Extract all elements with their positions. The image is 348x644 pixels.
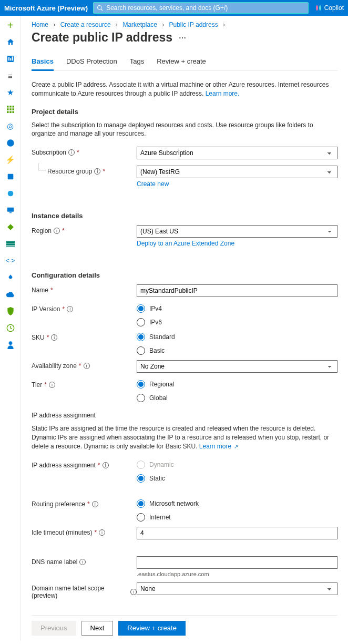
review-create-button[interactable]: Review + create [118,621,186,636]
diamond-icon[interactable] [4,221,17,233]
resource-group-select[interactable]: (New) TestRG [137,166,337,178]
radio-icon [137,346,145,355]
brand-label[interactable]: Microsoft Azure (Preview) [4,4,93,12]
copilot-icon [315,4,322,12]
info-icon[interactable]: i [51,334,57,341]
user-icon[interactable] [4,339,17,351]
monitor-icon[interactable] [4,204,17,217]
config-details-heading: Configuration details [32,271,337,279]
scope-select[interactable]: None [137,582,337,595]
ipversion-ipv6-option[interactable]: IPv6 [137,318,337,326]
tab-ddos[interactable]: DDoS Protection [66,54,117,70]
svg-point-17 [7,191,13,197]
svg-rect-4 [10,58,11,61]
info-icon[interactable]: i [103,462,109,468]
copilot-label: Copilot [324,4,344,12]
sku-standard-option[interactable]: Standard [137,333,337,341]
name-input[interactable] [137,284,337,297]
drop-icon[interactable] [4,271,17,284]
svg-rect-8 [12,106,14,108]
svg-point-24 [8,341,12,345]
info-icon[interactable]: i [130,589,137,595]
tab-review[interactable]: Review + create [157,54,206,70]
search-input[interactable] [106,4,304,12]
idle-timeout-label: Idle timeout (minutes) * i [32,527,137,536]
svg-rect-14 [12,111,14,114]
ip-assignment-heading: IP address assignment [32,412,337,419]
radio-icon [137,318,145,326]
sql-icon[interactable] [4,170,17,183]
tier-global-option[interactable]: Global [137,394,337,402]
svg-rect-12 [7,111,9,114]
add-icon[interactable]: + [4,19,17,32]
svg-rect-5 [12,56,13,60]
dns-label: DNS name label i [32,556,137,566]
svg-rect-18 [7,208,14,212]
radio-checked-icon [137,380,145,389]
breadcrumb-home[interactable]: Home [32,21,48,28]
dashboard-icon[interactable] [4,53,17,65]
clock-icon[interactable] [4,322,17,334]
chevron-right-icon: › [53,21,55,28]
more-icon[interactable]: ⋯ [179,34,186,42]
info-icon[interactable]: i [67,306,73,312]
svg-rect-19 [9,212,12,213]
tabs: Basics DDoS Protection Tags Review + cre… [32,54,337,71]
home-icon[interactable] [4,36,17,48]
tab-basics[interactable]: Basics [32,54,54,71]
radio-icon [137,394,145,402]
create-new-link[interactable]: Create new [137,180,169,188]
code-icon[interactable]: <·> [4,254,17,267]
global-search[interactable] [93,2,308,14]
ip-static-option[interactable]: Static [137,474,337,483]
shield-icon[interactable] [4,305,17,318]
list-icon[interactable]: ≡ [4,69,17,82]
radio-checked-icon [137,499,145,508]
copilot-button[interactable]: Copilot [315,4,344,12]
info-icon[interactable]: i [92,501,98,507]
cloud-icon[interactable] [4,288,17,301]
external-link-icon: ↗ [232,444,238,449]
ipversion-ipv4-option[interactable]: IPv4 [137,304,337,313]
availability-zone-select[interactable]: No Zone [137,360,337,373]
function-icon[interactable]: ⚡ [4,154,17,166]
breadcrumb-public-ip[interactable]: Public IP address [169,21,218,28]
routing-microsoft-option[interactable]: Microsoft network [137,499,337,508]
target-icon[interactable]: ◎ [4,120,17,132]
learn-more-link[interactable]: Learn more. [206,90,240,97]
info-icon[interactable]: i [79,559,86,565]
dns-input[interactable] [137,556,337,569]
info-icon[interactable]: i [94,168,100,175]
routing-internet-option[interactable]: Internet [137,513,337,522]
ip-assignment-label: IP address assignment * i [32,459,137,469]
info-icon[interactable]: i [68,149,75,156]
scope-label: Domain name label scope (preview) i [32,582,137,599]
sku-basic-option[interactable]: Basic [137,346,337,355]
info-icon[interactable]: i [49,382,55,388]
grid-icon[interactable] [4,103,17,116]
chevron-right-icon: › [223,21,225,28]
globe-icon[interactable] [4,137,17,149]
info-icon[interactable]: i [54,228,60,234]
cosmos-icon[interactable] [4,187,17,200]
previous-button: Previous [32,621,76,636]
breadcrumb-marketplace[interactable]: Marketplace [122,21,157,28]
svg-rect-11 [12,108,14,110]
tab-tags[interactable]: Tags [130,54,144,70]
radio-checked-icon [137,304,145,313]
next-button[interactable]: Next [81,621,114,636]
chevron-right-icon: › [162,21,164,28]
idle-timeout-input[interactable] [137,527,337,539]
breadcrumb-create-resource[interactable]: Create a resource [60,21,111,28]
subscription-select[interactable]: Azure Subscription [137,147,337,159]
ip-assignment-desc: Static IPs are assigned at the time the … [32,424,337,451]
tier-regional-option[interactable]: Regional [137,380,337,389]
learn-more-ip-link[interactable]: Learn more ↗ [199,443,238,450]
info-icon[interactable]: i [99,529,105,536]
left-nav: + ≡ ★ ◎ ⚡ <·> [0,16,21,641]
bars-icon[interactable] [4,238,17,250]
deploy-extended-zone-link[interactable]: Deploy to an Azure Extended Zone [137,240,234,247]
region-select[interactable]: (US) East US [137,225,337,238]
info-icon[interactable]: i [84,363,90,369]
star-icon[interactable]: ★ [4,86,17,99]
